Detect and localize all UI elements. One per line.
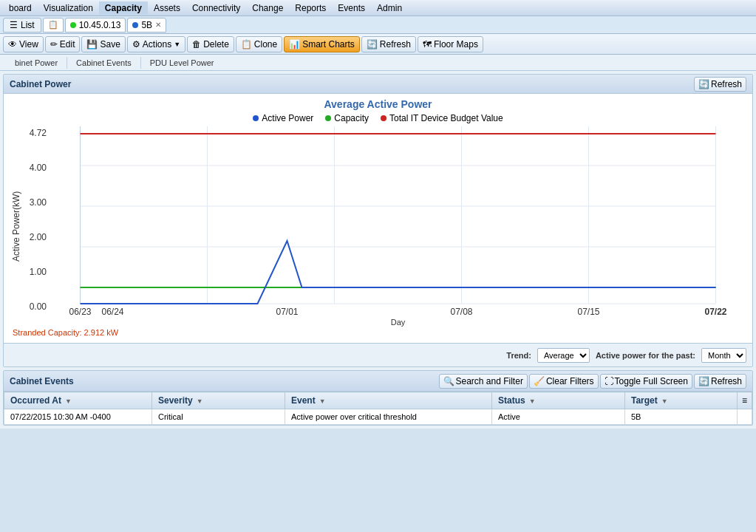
events-toolbar: 🔍 Search and Filter 🧹 Clear Filters ⛶ To… [439,374,747,389]
view-icon: 👁 [8,39,17,50]
cell-target: 5B [625,409,738,425]
nav-item-capacity[interactable]: Capacity [99,1,148,15]
nav-item-events[interactable]: Events [332,1,371,15]
tab-5b[interactable]: 5B ✕ [127,18,166,33]
sub-tab-cabinet-events[interactable]: Cabinet Events [67,57,141,69]
legend-label-capacity: Capacity [334,113,369,123]
severity-label: Severity [158,395,193,406]
svg-text:06/23: 06/23 [69,307,91,317]
stranded-capacity: Stranded Capacity: 2.912 kW [10,327,746,338]
cell-menu [738,409,752,425]
top-nav: board Visualization Capacity Assets Conn… [0,0,756,16]
tab-bar: ☰ List 📋 10.45.0.13 5B ✕ [0,16,756,34]
view-label: View [19,39,38,50]
floor-maps-icon: 🗺 [423,39,432,50]
nav-item-visualization[interactable]: Visualization [38,1,99,15]
list-icon: ☰ [10,20,18,30]
legend-label-budget: Total IT Device Budget Value [389,113,503,123]
tab-list-label: List [21,20,35,30]
target-label: Target [631,395,658,406]
svg-text:07/08: 07/08 [450,307,472,317]
legend-label-active-power: Active Power [262,113,313,123]
5b-dot [132,22,138,28]
trend-select[interactable]: Average Peak Min [537,348,590,363]
refresh-toolbar-label: Refresh [380,39,411,50]
tab-list[interactable]: ☰ List [3,18,41,33]
view-button[interactable]: 👁 View [3,36,44,52]
tab-clipboard[interactable]: 📋 [43,18,64,33]
tab-close-icon[interactable]: ✕ [155,21,161,29]
clear-filters-label: Clear Filters [546,376,594,386]
y-tick-200: 2.00 [23,232,47,242]
search-filter-button[interactable]: 🔍 Search and Filter [439,374,528,389]
sub-tabs: binet Power Cabinet Events PDU Level Pow… [0,55,756,71]
legend-active-power: Active Power [253,113,313,123]
delete-button[interactable]: 🗑 Delete [187,36,234,52]
legend-dot-green [325,115,331,121]
y-tick-472: 4.72 [23,128,47,138]
severity-sort-icon: ▼ [197,398,203,405]
smart-charts-label: Smart Charts [302,39,355,50]
floor-maps-label: Floor Maps [434,39,478,50]
events-table: Occurred At ▼ Severity ▼ Event ▼ Status … [4,392,752,425]
nav-item-reports[interactable]: Reports [289,1,332,15]
svg-text:07/01: 07/01 [276,307,298,317]
actions-label: Actions [143,39,171,50]
refresh-toolbar-button[interactable]: 🔄 Refresh [361,36,416,52]
svg-chart-wrapper: 06/23 06/24 07/01 07/08 07/15 07/22 Day [50,126,746,327]
tab-5b-label: 5B [141,20,152,30]
toggle-full-screen-button[interactable]: ⛶ Toggle Full Screen [600,374,692,389]
period-select[interactable]: Month Week Day [701,348,746,363]
trend-label: Trend: [506,351,531,360]
col-header-status[interactable]: Status ▼ [492,392,625,409]
nav-item-admin[interactable]: Admin [371,1,408,15]
delete-icon: 🗑 [192,39,201,50]
nav-item-change[interactable]: Change [246,1,289,15]
event-label: Event [291,395,316,406]
clear-filters-icon: 🧹 [534,376,545,386]
nav-item-assets[interactable]: Assets [148,1,186,15]
y-tick-100: 1.00 [23,267,47,277]
cell-event: Active power over critical threshold [285,409,492,425]
clear-filters-button[interactable]: 🧹 Clear Filters [529,374,599,389]
col-header-occurred-at[interactable]: Occurred At ▼ [4,392,152,409]
tab-ip[interactable]: 10.45.0.13 [65,18,126,33]
actions-button[interactable]: ⚙ Actions ▼ [127,36,185,52]
sub-tab-cabinet-power[interactable]: binet Power [6,57,67,69]
edit-icon: ✏ [50,39,58,50]
chart-plot-area: Active Power(kW) 4.72 4.00 3.00 2.00 1.0… [10,126,746,327]
cell-occurred-at: 07/22/2015 10:30 AM -0400 [4,409,152,425]
cabinet-power-header: Cabinet Power 🔄 Refresh [4,75,752,94]
y-axis-ticks: 4.72 4.00 3.00 2.00 1.00 0.00 [23,126,50,327]
svg-text:06/24: 06/24 [101,307,123,317]
nav-item-board[interactable]: board [3,1,38,15]
chart-title: Average Active Power [10,98,746,110]
svg-text:07/15: 07/15 [577,307,599,317]
col-menu-button[interactable]: ≡ [738,392,752,409]
search-filter-label: Search and Filter [456,376,523,386]
occurred-at-label: Occurred At [10,395,61,406]
active-power-label: Active power for the past: [596,351,695,360]
sub-tab-pdu-level-power[interactable]: PDU Level Power [141,57,223,69]
y-tick-000: 0.00 [23,301,47,312]
col-header-event[interactable]: Event ▼ [285,392,492,409]
smart-charts-button[interactable]: 📊 Smart Charts [284,36,360,52]
legend-capacity: Capacity [325,113,369,123]
floor-maps-button[interactable]: 🗺 Floor Maps [418,36,483,52]
col-header-severity[interactable]: Severity ▼ [152,392,285,409]
col-header-target[interactable]: Target ▼ [625,392,738,409]
clone-icon: 📋 [241,39,252,50]
y-tick-400: 4.00 [23,163,47,173]
chart-svg: 06/23 06/24 07/01 07/08 07/15 07/22 [50,126,746,318]
events-refresh-button[interactable]: 🔄 Refresh [694,374,746,389]
x-axis-label: Day [50,318,746,327]
nav-item-connectivity[interactable]: Connectivity [186,1,246,15]
save-label: Save [100,39,120,50]
save-button[interactable]: 💾 Save [81,36,125,52]
table-row: 07/22/2015 10:30 AM -0400 Critical Activ… [4,409,752,425]
clone-button[interactable]: 📋 Clone [236,36,282,52]
search-filter-icon: 🔍 [443,376,454,386]
cabinet-power-refresh-button[interactable]: 🔄 Refresh [694,77,746,92]
edit-button[interactable]: ✏ Edit [45,36,81,52]
cabinet-power-title: Cabinet Power [10,79,71,89]
